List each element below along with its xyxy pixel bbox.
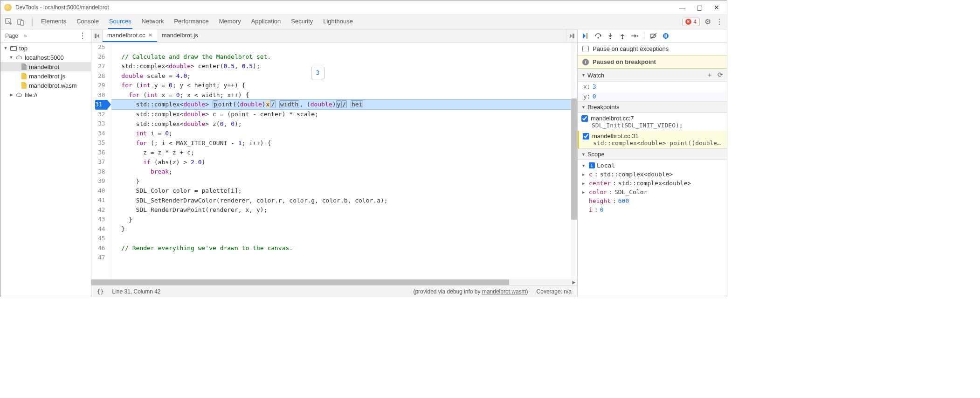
- navigator-menu-icon[interactable]: ⋮: [79, 31, 86, 40]
- close-tab-icon[interactable]: ✕: [148, 32, 152, 38]
- tree-item-mandelbrot-js[interactable]: mandelbrot.js: [0, 71, 91, 81]
- svg-rect-13: [665, 34, 666, 37]
- debug-value-tooltip: 3: [311, 67, 325, 79]
- error-count-badge[interactable]: 4: [682, 18, 700, 26]
- tab-sources[interactable]: Sources: [108, 14, 132, 29]
- coverage-status: Coverage: n/a: [537, 288, 572, 295]
- code-editor[interactable]: 2526272829303132333435363738394041424344…: [91, 42, 577, 279]
- window-title: DevTools - localhost:5000/mandelbrot: [15, 4, 109, 11]
- scope-variable[interactable]: ▶color: SDL_Color: [578, 188, 727, 196]
- svg-point-8: [610, 38, 611, 39]
- file-tab-mandelbrot-js[interactable]: mandelbrot.js: [157, 29, 203, 42]
- scope-section-header[interactable]: ▼Scope: [578, 148, 727, 160]
- tree-item-mandelbrot[interactable]: mandelbrot: [0, 62, 91, 71]
- pretty-print-button[interactable]: {}: [97, 288, 104, 295]
- close-button[interactable]: ✕: [714, 4, 719, 11]
- pause-caught-checkbox[interactable]: [582, 46, 589, 52]
- file-tabs: mandelbrot.cc✕ mandelbrot.js: [91, 29, 577, 42]
- navigator-pane: Page » ⋮ ▼top ▼localhost:5000 mandelbrot…: [0, 29, 91, 297]
- breakpoint-item[interactable]: mandelbrot.cc:7 SDL_Init(SDL_INIT_VIDEO)…: [578, 113, 727, 131]
- editor-statusbar: {} Line 31, Column 42 (provided via debu…: [91, 286, 577, 297]
- file-tab-mandelbrot-cc[interactable]: mandelbrot.cc✕: [103, 29, 157, 42]
- horizontal-scrollbar[interactable]: ◄►: [91, 279, 577, 286]
- breakpoint-toggle[interactable]: [583, 133, 589, 140]
- scope-variable[interactable]: i: 0: [578, 205, 727, 214]
- tab-memory[interactable]: Memory: [218, 14, 242, 29]
- step-out-button[interactable]: [619, 32, 626, 40]
- tree-item-mandelbrot-wasm[interactable]: mandelbrot.wasm: [0, 81, 91, 90]
- minimize-button[interactable]: —: [679, 4, 685, 11]
- tab-network[interactable]: Network: [141, 14, 165, 29]
- svg-rect-14: [666, 34, 667, 37]
- deactivate-breakpoints-button[interactable]: [650, 32, 657, 40]
- scope-variable[interactable]: ▶c: std::complex<double>: [578, 170, 727, 179]
- step-over-button[interactable]: [594, 32, 602, 40]
- debugger-pane: Pause on caught exceptions Paused on bre…: [578, 29, 727, 297]
- tree-item-top[interactable]: ▼top: [0, 43, 91, 53]
- tab-performance[interactable]: Performance: [173, 14, 209, 29]
- breakpoints-section-header[interactable]: ▼Breakpoints: [578, 101, 727, 113]
- scope-local-header[interactable]: ▼LLocal: [578, 161, 727, 170]
- scope-variable[interactable]: ▶center: std::complex<double>: [578, 179, 727, 188]
- tab-console[interactable]: Console: [76, 14, 100, 29]
- refresh-watch-icon[interactable]: ⟳: [718, 71, 723, 79]
- resume-button[interactable]: [582, 32, 590, 40]
- inspect-icon[interactable]: [4, 17, 14, 27]
- app-logo-icon: [4, 4, 12, 11]
- navigator-more-tabs-icon[interactable]: »: [24, 33, 27, 39]
- pause-on-exceptions-button[interactable]: [662, 32, 669, 40]
- tree-item-file-scheme[interactable]: ▶file://: [0, 90, 91, 99]
- prev-tab-icon[interactable]: [91, 29, 103, 42]
- next-tab-icon[interactable]: [566, 29, 577, 42]
- svg-rect-2: [21, 21, 24, 25]
- paused-banner: Paused on breakpoint: [578, 55, 727, 69]
- svg-rect-4: [95, 34, 97, 38]
- watch-expression[interactable]: y:0: [578, 91, 727, 101]
- step-button[interactable]: [631, 32, 638, 40]
- scope-variable[interactable]: height: 600: [578, 196, 727, 205]
- editor-pane: mandelbrot.cc✕ mandelbrot.js 25262728293…: [91, 29, 578, 297]
- tab-elements[interactable]: Elements: [40, 14, 67, 29]
- svg-point-7: [598, 37, 599, 38]
- watch-section-header[interactable]: ▼Watch ＋⟳: [578, 69, 727, 82]
- cursor-position: Line 31, Column 42: [112, 288, 160, 295]
- svg-rect-6: [587, 33, 587, 39]
- tree-item-origin[interactable]: ▼localhost:5000: [0, 53, 91, 62]
- titlebar: DevTools - localhost:5000/mandelbrot — ▢…: [0, 0, 727, 14]
- tab-application[interactable]: Application: [250, 14, 282, 29]
- add-watch-icon[interactable]: ＋: [706, 71, 713, 79]
- tab-lighthouse[interactable]: Lighthouse: [322, 14, 354, 29]
- tab-security[interactable]: Security: [290, 14, 314, 29]
- svg-point-12: [663, 33, 669, 39]
- breakpoint-toggle[interactable]: [581, 115, 588, 122]
- more-icon[interactable]: ⋮: [716, 17, 723, 26]
- pause-caught-label: Pause on caught exceptions: [593, 45, 669, 52]
- maximize-button[interactable]: ▢: [697, 4, 703, 11]
- breakpoint-item[interactable]: mandelbrot.cc:31 std::complex<double> po…: [578, 131, 727, 148]
- svg-point-9: [622, 38, 623, 39]
- main-toolbar: Elements Console Sources Network Perform…: [0, 14, 727, 29]
- vertical-scrollbar[interactable]: [571, 42, 577, 279]
- settings-icon[interactable]: ⚙: [704, 17, 711, 26]
- navigator-tab-page[interactable]: Page: [5, 33, 18, 39]
- step-into-button[interactable]: [607, 32, 614, 40]
- svg-rect-5: [573, 34, 574, 38]
- device-toggle-icon[interactable]: [16, 17, 26, 27]
- wasm-source-link[interactable]: mandelbrot.wasm: [482, 288, 526, 295]
- debug-info-source: (provided via debug info by mandelbrot.w…: [413, 288, 528, 295]
- svg-point-10: [637, 35, 638, 36]
- watch-expression[interactable]: x:3: [578, 82, 727, 91]
